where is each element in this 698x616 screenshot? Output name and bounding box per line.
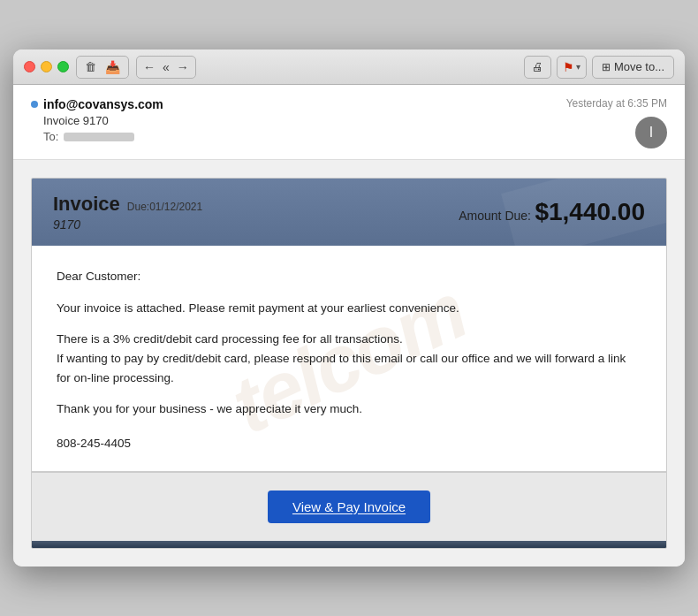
view-pay-invoice-button[interactable]: View & Pay Invoice (268, 491, 430, 523)
titlebar: 🗑 📥 ← « → 🖨 ⚑ ▾ ⊞ Move to... (13, 49, 685, 85)
body-text: Dear Customer: Your invoice is attached.… (57, 267, 641, 419)
archive-button[interactable]: 📥 (102, 60, 123, 74)
amount-due-value: $1,440.00 (535, 198, 645, 225)
avatar: I (635, 117, 667, 148)
print-button[interactable]: 🖨 (524, 56, 551, 79)
minimize-button[interactable] (41, 61, 52, 72)
amount-due-block: Amount Due: $1,440.00 (459, 198, 645, 226)
body-line2: There is a 3% credit/debit card processi… (57, 330, 641, 387)
email-meta: Yesterday at 6:35 PM I (566, 97, 667, 148)
flag-chevron-icon: ▾ (576, 62, 580, 72)
traffic-lights (24, 61, 69, 72)
forward-button[interactable]: → (174, 60, 192, 74)
to-label: To: (43, 130, 58, 143)
email-date: Yesterday at 6:35 PM (566, 97, 667, 110)
flag-icon: ⚑ (563, 60, 574, 74)
invoice-number: 9170 (53, 217, 202, 232)
close-button[interactable] (24, 61, 35, 72)
move-to-label: Move to... (614, 60, 664, 73)
amount-due-label: Amount Due: (459, 209, 531, 223)
move-to-button[interactable]: ⊞ Move to... (592, 56, 674, 79)
unread-dot (31, 101, 38, 108)
maximize-button[interactable] (57, 61, 69, 72)
email-to-row: To: (43, 130, 566, 143)
invoice-title-text: Invoice (53, 193, 120, 216)
right-toolbar: 🖨 ⚑ ▾ ⊞ Move to... (524, 56, 674, 79)
invoice-bottom-bar (32, 541, 666, 548)
sender-email: info@covansys.com (43, 97, 163, 111)
email-body-wrapper: Invoice Due:01/12/2021 9170 Amount Due: … (13, 160, 685, 567)
flag-button[interactable]: ⚑ ▾ (557, 56, 587, 79)
back-all-button[interactable]: « (160, 60, 172, 74)
body-line3: Thank you for your business - we appreci… (57, 399, 641, 419)
invoice-footer: View & Pay Invoice (32, 472, 666, 541)
to-address-redacted (64, 133, 134, 141)
nav-toolbar: ← « → (136, 56, 196, 79)
phone-number: 808-245-4405 (57, 437, 641, 450)
print-icon: 🖨 (532, 60, 543, 73)
action-toolbar: 🗑 📥 (76, 56, 129, 79)
back-button[interactable]: ← (140, 60, 158, 74)
invoice-due-date: Due:01/12/2021 (127, 201, 202, 213)
email-window: 🗑 📥 ← « → 🖨 ⚑ ▾ ⊞ Move to... (13, 49, 685, 567)
invoice-header: Invoice Due:01/12/2021 9170 Amount Due: … (32, 179, 666, 246)
delete-button[interactable]: 🗑 (82, 60, 99, 73)
move-icon: ⊞ (602, 61, 611, 73)
email-subject: Invoice 9170 (43, 114, 566, 127)
invoice-email: Invoice Due:01/12/2021 9170 Amount Due: … (31, 178, 667, 549)
sender-info: info@covansys.com Invoice 9170 To: (31, 97, 566, 143)
invoice-title-row: Invoice Due:01/12/2021 (53, 193, 202, 216)
email-header: info@covansys.com Invoice 9170 To: Yeste… (13, 85, 685, 160)
greeting: Dear Customer: (57, 267, 641, 286)
invoice-title-block: Invoice Due:01/12/2021 9170 (53, 193, 202, 232)
body-line1: Your invoice is attached. Please remit p… (57, 299, 641, 318)
invoice-body: telcom Dear Customer: Your invoice is at… (32, 246, 666, 471)
sender-name-row: info@covansys.com (31, 97, 566, 111)
